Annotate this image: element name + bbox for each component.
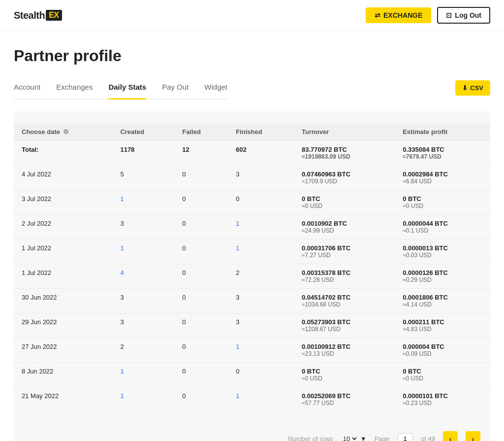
created-link[interactable]: 1 bbox=[120, 368, 124, 375]
created-link[interactable]: 1 bbox=[120, 195, 124, 203]
prev-page-button[interactable]: ‹ bbox=[443, 431, 458, 441]
page-label: Page bbox=[375, 435, 389, 441]
col-profit: Estimate profit bbox=[395, 123, 490, 141]
row-failed: 0 bbox=[174, 239, 228, 264]
row-finished: 3 bbox=[228, 289, 294, 313]
created-value: 3 bbox=[120, 318, 124, 326]
logout-icon: ⊡ bbox=[446, 11, 452, 19]
row-profit: 0.0001806 BTC ≈4.14 USD bbox=[395, 289, 490, 313]
row-date: 4 Jul 2022 bbox=[14, 166, 112, 190]
finished-link[interactable]: 1 bbox=[236, 392, 239, 400]
row-profit: 0.000004 BTC ≈0.09 USD bbox=[395, 338, 490, 363]
next-page-button[interactable]: › bbox=[466, 431, 480, 441]
finished-link[interactable]: 1 bbox=[236, 244, 239, 252]
table-row: 27 Jun 2022 2 0 1 0.00100912 BTC ≈23.13 … bbox=[14, 338, 490, 363]
csv-button[interactable]: ⬇ CSV bbox=[455, 80, 490, 96]
row-date: 30 Jun 2022 bbox=[14, 289, 112, 313]
exchange-button[interactable]: ⇄ EXCHANGE bbox=[366, 7, 431, 23]
finished-value: 2 bbox=[236, 269, 239, 276]
rows-select: 10 25 50 ▼ bbox=[341, 435, 367, 441]
exchange-icon: ⇄ bbox=[375, 11, 380, 19]
total-profit: 0.335084 BTC ≈7679.47 USD bbox=[395, 141, 490, 166]
row-profit: 0.0000044 BTC ≈0.1 USD bbox=[395, 215, 490, 239]
stats-table: Choose date ⚙ Created Failed Finished Tu… bbox=[14, 123, 490, 411]
rows-dropdown[interactable]: 10 25 50 bbox=[341, 435, 358, 441]
header-actions: ⇄ EXCHANGE ⊡ Log Out bbox=[366, 7, 490, 24]
col-failed: Failed bbox=[174, 123, 228, 141]
row-date: 21 May 2022 bbox=[14, 387, 112, 412]
row-created: 3 bbox=[112, 289, 174, 313]
row-date: 1 Jul 2022 bbox=[14, 264, 112, 289]
row-created: 1 bbox=[112, 387, 174, 412]
created-link[interactable]: 1 bbox=[120, 392, 124, 400]
created-value: 5 bbox=[120, 170, 124, 178]
table-container: Choose date ⚙ Created Failed Finished Tu… bbox=[14, 111, 490, 423]
table-row: 2 Jul 2022 3 0 1 0.0010902 BTC ≈24.99 US… bbox=[14, 215, 490, 239]
logo-box: EX bbox=[46, 10, 62, 21]
row-profit: 0.0002984 BTC ≈6.84 USD bbox=[395, 166, 490, 190]
row-failed: 0 bbox=[174, 338, 228, 363]
row-turnover: 0.07460963 BTC ≈1709.9 USD bbox=[294, 166, 395, 190]
row-date: 29 Jun 2022 bbox=[14, 313, 112, 338]
table-body: Total: 1178 12 602 83.770972 BTC ≈191986… bbox=[14, 141, 490, 412]
finished-value: 0 bbox=[236, 368, 239, 375]
table-row: 1 Jul 2022 1 0 1 0.00031706 BTC ≈7.27 US… bbox=[14, 239, 490, 264]
table-row: 3 Jul 2022 1 0 0 0 BTC ≈0 USD 0 BTC ≈0 U… bbox=[14, 190, 490, 215]
row-created: 1 bbox=[112, 190, 174, 215]
table-row: 4 Jul 2022 5 0 3 0.07460963 BTC ≈1709.9 … bbox=[14, 166, 490, 190]
finished-value: 3 bbox=[236, 294, 239, 301]
row-turnover: 0.04514702 BTC ≈1034.68 USD bbox=[294, 289, 395, 313]
row-finished: 0 bbox=[228, 190, 294, 215]
row-turnover: 0 BTC ≈0 USD bbox=[294, 363, 395, 387]
row-turnover: 0 BTC ≈0 USD bbox=[294, 190, 395, 215]
row-created: 4 bbox=[112, 264, 174, 289]
row-failed: 0 bbox=[174, 363, 228, 387]
row-created: 2 bbox=[112, 338, 174, 363]
row-created: 1 bbox=[112, 239, 174, 264]
created-link[interactable]: 4 bbox=[120, 269, 124, 276]
page-header-row: Partner profile bbox=[14, 47, 490, 79]
table-section: Choose date ⚙ Created Failed Finished Tu… bbox=[0, 111, 504, 441]
tab-exchanges[interactable]: Exchanges bbox=[56, 79, 93, 100]
dropdown-arrow: ▼ bbox=[360, 435, 367, 441]
page-content: Partner profile AccountExchangesDaily St… bbox=[0, 31, 504, 100]
total-finished: 602 bbox=[228, 141, 294, 166]
row-failed: 0 bbox=[174, 215, 228, 239]
tab-account[interactable]: Account bbox=[14, 79, 40, 100]
finished-link[interactable]: 1 bbox=[236, 343, 239, 350]
page-input[interactable] bbox=[397, 433, 413, 441]
row-finished: 1 bbox=[228, 215, 294, 239]
row-finished: 3 bbox=[228, 166, 294, 190]
row-profit: 0.0000013 BTC ≈0.03 USD bbox=[395, 239, 490, 264]
created-value: 3 bbox=[120, 220, 124, 227]
row-finished: 1 bbox=[228, 338, 294, 363]
table-row: 29 Jun 2022 3 0 3 0.05273903 BTC ≈1208.6… bbox=[14, 313, 490, 338]
tab-widget[interactable]: Widget bbox=[204, 79, 227, 100]
finished-link[interactable]: 1 bbox=[236, 220, 239, 227]
tab-pay-out[interactable]: Pay Out bbox=[162, 79, 189, 100]
logout-button[interactable]: ⊡ Log Out bbox=[437, 7, 490, 24]
download-icon: ⬇ bbox=[462, 84, 468, 92]
tab-daily-stats[interactable]: Daily Stats bbox=[108, 79, 146, 100]
total-label: Total: bbox=[14, 141, 112, 166]
row-profit: 0 BTC ≈0 USD bbox=[395, 190, 490, 215]
row-failed: 0 bbox=[174, 313, 228, 338]
table-row: 8 Jun 2022 1 0 0 0 BTC ≈0 USD 0 BTC ≈0 U… bbox=[14, 363, 490, 387]
total-created: 1178 bbox=[112, 141, 174, 166]
row-failed: 0 bbox=[174, 166, 228, 190]
table-header-row: Choose date ⚙ Created Failed Finished Tu… bbox=[14, 123, 490, 141]
row-date: 2 Jul 2022 bbox=[14, 215, 112, 239]
logo-text: Stealth bbox=[14, 10, 45, 21]
logo: Stealth EX bbox=[14, 10, 62, 21]
row-created: 3 bbox=[112, 313, 174, 338]
created-link[interactable]: 1 bbox=[120, 244, 124, 252]
row-date: 8 Jun 2022 bbox=[14, 363, 112, 387]
row-turnover: 0.00315378 BTC ≈72.28 USD bbox=[294, 264, 395, 289]
col-finished: Finished bbox=[228, 123, 294, 141]
pagination-bar: Number of rows 10 25 50 ▼ Page of 49 ‹ › bbox=[14, 423, 490, 441]
row-profit: 0.0000126 BTC ≈0.29 USD bbox=[395, 264, 490, 289]
gear-icon[interactable]: ⚙ bbox=[63, 128, 69, 136]
row-turnover: 0.0010902 BTC ≈24.99 USD bbox=[294, 215, 395, 239]
choose-date-label: Choose date bbox=[22, 128, 60, 136]
row-date: 1 Jul 2022 bbox=[14, 239, 112, 264]
